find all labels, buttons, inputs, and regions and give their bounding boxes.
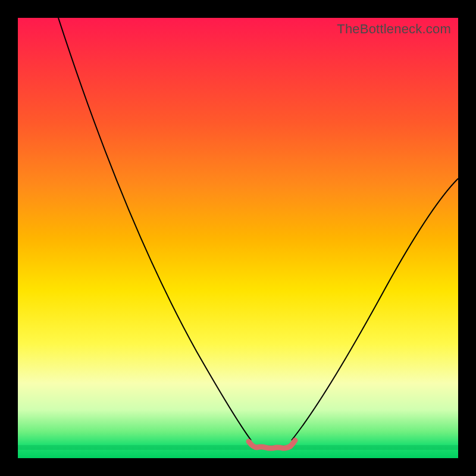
bottleneck-curve <box>18 18 458 458</box>
left-branch-curve <box>58 18 251 440</box>
right-branch-curve <box>292 178 458 440</box>
plot-area: TheBottleneck.com <box>18 18 458 458</box>
chart-frame: TheBottleneck.com <box>0 0 476 476</box>
gradient-step <box>18 445 458 450</box>
optimal-band-curve <box>249 440 295 448</box>
